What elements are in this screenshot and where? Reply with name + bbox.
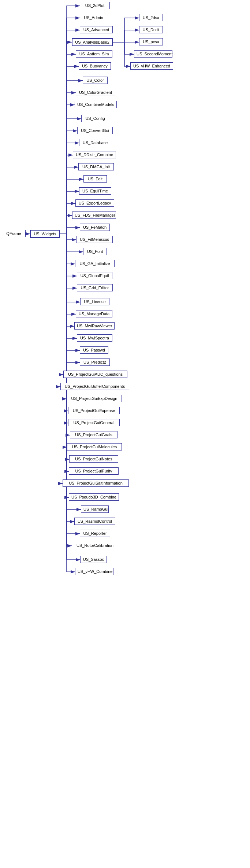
node-us-reporter: US_Reporter	[80, 530, 110, 537]
node-us-sassoc: US_Sassoc	[80, 556, 107, 563]
node-us-projectguiexpense: US_ProjectGuiExpense	[68, 407, 120, 414]
node-us-vhw-enhanced: US_vHW_Enhanced	[130, 62, 173, 70]
node-us-colorgradient: US_ColorGradient	[76, 89, 115, 96]
node-us-passwd: US_Passwd	[80, 346, 108, 354]
node-us-admin: US_Admin	[80, 14, 107, 21]
node-us-equiltime: US_EquilTime	[79, 187, 111, 195]
node-qframe: QFrame	[2, 230, 26, 237]
node-us-vhw-combine: US_vHW_Combine	[75, 568, 113, 575]
node-us-projectguibuffer: US_ProjectGuiBufferComponents	[60, 383, 129, 390]
node-us-projectguinotes: US_ProjectGuiNotes	[69, 455, 118, 463]
node-us-fitmeniscus: US_FitMeniscus	[76, 236, 113, 243]
node-us-2dplot: US_2dPlot	[80, 2, 110, 9]
node-us-projectguigoals: US_ProjectGuiGoals	[70, 431, 117, 438]
node-us-globalequil: US_GlobalEquil	[77, 272, 112, 279]
node-us-buoyancy: US_Buoyancy	[79, 62, 111, 70]
node-us-projectguiauc: US_ProjectGuiAUC_questions	[63, 371, 127, 378]
node-us-projectguipurity: US_ProjectGuiPurity	[69, 467, 119, 475]
node-us-projectguimolecules: US_ProjectGuiMolecules	[67, 443, 122, 450]
node-us-rasmolcontrol: US_RasmolControl	[74, 518, 115, 525]
node-us-ga-initialize: US_GA_Initialize	[75, 260, 115, 267]
node-us-database: US_Database	[79, 139, 111, 146]
node-us-rampgui: US_RampGui	[81, 505, 109, 513]
node-us-secondmoment: US_SecondMoment	[134, 50, 172, 58]
node-us-dcclt: US_Dcclt	[139, 26, 163, 33]
node-us-dmga-init: US_DMGA_Init	[78, 163, 114, 170]
node-us-predict2: US_Predict2	[80, 358, 110, 366]
node-us-mwlrawviewer: US_MwlRawViewer	[74, 322, 115, 330]
node-us-fematch: US_FeMatch	[80, 224, 110, 231]
node-us-edit: US_Edit	[83, 175, 107, 183]
diagram-container: QFrame US_Widgets US_2dPlot US_Admin US_…	[0, 0, 250, 868]
node-us-2dsa: US_2dsa	[139, 14, 163, 21]
node-us-license: US_License	[80, 298, 109, 305]
node-us-pseudo3d: US_Pseudo3D_Combine	[69, 493, 119, 501]
node-us-projectguigeneral: US_ProjectGuiGeneral	[68, 419, 120, 426]
node-us-grid-editor: US_Grid_Editor	[77, 284, 113, 291]
node-us-widgets: US_Widgets	[30, 230, 60, 238]
node-us-analysisbase2: US_AnalysisBase2	[72, 38, 113, 46]
node-us-font: US_Font	[83, 248, 107, 255]
node-us-exportlegacy: US_ExportLegacy	[75, 199, 114, 207]
node-us-convertgui: US_ConvertGui	[77, 127, 113, 134]
node-us-pcsa: US_pcsa	[139, 38, 163, 45]
node-us-config: US_Config	[81, 115, 109, 122]
node-us-fds-filemanager: US_FDS_FileManager	[72, 212, 116, 219]
node-us-ddistr-combine: US_DDistr_Combine	[73, 151, 116, 158]
node-us-projectguiexpdesign: US_ProjectGuiExpDesign	[67, 395, 122, 402]
node-us-advanced: US_Advanced	[80, 26, 113, 33]
node-us-projectguisalt: US_ProjectGuiSaltInformation	[63, 479, 129, 487]
node-us-rotorcalibration: US_RotorCalibration	[72, 542, 118, 549]
node-us-mwlspectra: US_MwlSpectra	[77, 334, 112, 342]
node-us-managedata: US_ManageData	[76, 310, 112, 317]
node-us-color: US_Color	[83, 77, 108, 84]
node-us-combinemodels: US_CombineModels	[75, 101, 117, 108]
node-us-astfem-sim: US_Astfem_Sim	[76, 50, 112, 58]
connection-lines	[0, 0, 250, 868]
